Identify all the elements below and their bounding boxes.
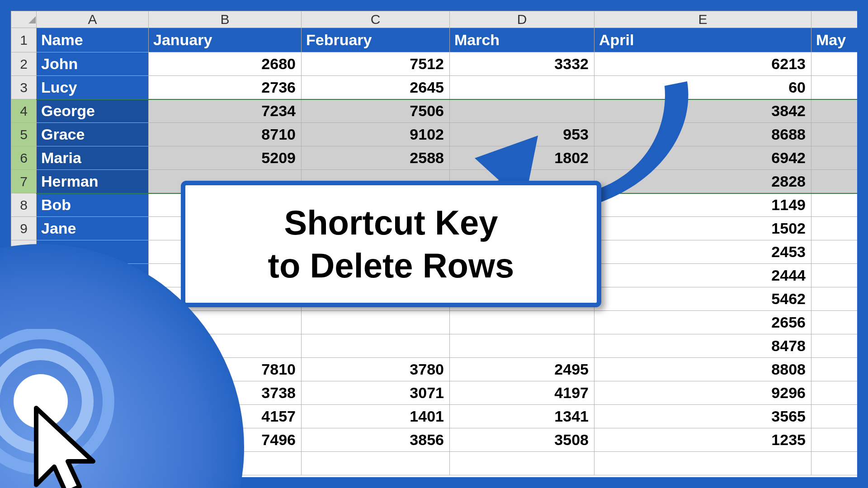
cell-E[interactable]: 2453 xyxy=(594,240,811,264)
cell-D[interactable]: 2495 xyxy=(450,358,594,381)
row-header-3[interactable]: 3 xyxy=(11,76,37,99)
cell-F[interactable] xyxy=(811,428,858,452)
cell-F[interactable] xyxy=(811,311,858,334)
cell-F[interactable] xyxy=(811,123,858,146)
cell-E[interactable]: 5462 xyxy=(594,287,811,311)
cell-C[interactable]: 2588 xyxy=(302,146,450,170)
cell-E[interactable]: 1235 xyxy=(594,428,811,452)
header-cell-D[interactable]: March xyxy=(450,28,594,52)
cell-F[interactable] xyxy=(811,358,858,381)
row-header-4[interactable]: 4 xyxy=(11,99,37,123)
cell-B[interactable]: 2736 xyxy=(149,76,302,99)
cell-B[interactable]: 8710 xyxy=(149,123,302,146)
name-cell[interactable]: John xyxy=(37,52,149,76)
brand-logo xyxy=(0,244,244,488)
cell-E[interactable]: 3842 xyxy=(594,99,811,123)
cell-F[interactable] xyxy=(811,146,858,170)
cell-E[interactable]: 60 xyxy=(594,76,811,99)
header-cell-A[interactable]: Name xyxy=(37,28,149,52)
cell-D[interactable] xyxy=(450,452,594,475)
cell-F[interactable] xyxy=(811,76,858,99)
row-header-1[interactable]: 1 xyxy=(11,28,37,52)
target-cursor-icon xyxy=(0,329,127,488)
cell-F[interactable] xyxy=(811,334,858,358)
cell-C[interactable]: 3071 xyxy=(302,381,450,405)
row-header-8[interactable]: 8 xyxy=(11,193,37,217)
cell-E[interactable]: 2656 xyxy=(594,311,811,334)
cell-F[interactable] xyxy=(811,405,858,428)
header-cell-F[interactable]: May xyxy=(811,28,858,52)
name-cell[interactable]: Lucy xyxy=(37,76,149,99)
name-cell[interactable]: Jane xyxy=(37,217,149,240)
cell-C[interactable] xyxy=(302,452,450,475)
cell-F[interactable] xyxy=(811,240,858,264)
cell-D[interactable]: 3508 xyxy=(450,428,594,452)
row-header-2[interactable]: 2 xyxy=(11,52,37,76)
cell-D[interactable] xyxy=(450,334,594,358)
cell-E[interactable]: 6213 xyxy=(594,52,811,76)
cell-C[interactable]: 2645 xyxy=(302,76,450,99)
cell-F[interactable] xyxy=(811,170,858,193)
cell-D[interactable]: 953 xyxy=(450,123,594,146)
cell-B[interactable]: 2680 xyxy=(149,52,302,76)
select-all-corner[interactable] xyxy=(11,11,37,28)
cell-C[interactable]: 9102 xyxy=(302,123,450,146)
cell-D[interactable] xyxy=(450,99,594,123)
cell-D[interactable]: 3332 xyxy=(450,52,594,76)
cell-C[interactable]: 1401 xyxy=(302,405,450,428)
cell-D[interactable] xyxy=(450,311,594,334)
cell-D[interactable]: 4197 xyxy=(450,381,594,405)
cell-E[interactable]: 1502 xyxy=(594,217,811,240)
callout-line-2: to Delete Rows xyxy=(268,244,514,287)
row-header-9[interactable]: 9 xyxy=(11,217,37,240)
cell-E[interactable] xyxy=(594,452,811,475)
column-header-partial[interactable] xyxy=(811,11,858,28)
cell-C[interactable]: 3780 xyxy=(302,358,450,381)
cell-E[interactable]: 8688 xyxy=(594,123,811,146)
callout-line-1: Shortcut Key xyxy=(268,201,514,244)
cell-E[interactable]: 8808 xyxy=(594,358,811,381)
row-header-5[interactable]: 5 xyxy=(11,123,37,146)
cell-F[interactable] xyxy=(811,264,858,287)
cell-F[interactable] xyxy=(811,217,858,240)
cell-E[interactable]: 9296 xyxy=(594,381,811,405)
column-header-E[interactable]: E xyxy=(594,11,811,28)
cell-F[interactable] xyxy=(811,287,858,311)
header-cell-E[interactable]: April xyxy=(594,28,811,52)
cell-F[interactable] xyxy=(811,52,858,76)
cell-B[interactable]: 7234 xyxy=(149,99,302,123)
column-header-C[interactable]: C xyxy=(302,11,450,28)
name-cell[interactable]: George xyxy=(37,99,149,123)
cell-C[interactable] xyxy=(302,311,450,334)
row-header-6[interactable]: 6 xyxy=(11,146,37,170)
cell-F[interactable] xyxy=(811,193,858,217)
cell-C[interactable]: 7512 xyxy=(302,52,450,76)
cell-E[interactable]: 6942 xyxy=(594,146,811,170)
header-cell-C[interactable]: February xyxy=(302,28,450,52)
column-header-A[interactable]: A xyxy=(37,11,149,28)
cell-C[interactable]: 7506 xyxy=(302,99,450,123)
cell-D[interactable] xyxy=(450,76,594,99)
cell-C[interactable] xyxy=(302,334,450,358)
cell-F[interactable] xyxy=(811,452,858,475)
cell-E[interactable]: 2828 xyxy=(594,170,811,193)
name-cell[interactable]: Bob xyxy=(37,193,149,217)
row-header-7[interactable]: 7 xyxy=(11,170,37,193)
name-cell[interactable]: Maria xyxy=(37,146,149,170)
name-cell[interactable]: Herman xyxy=(37,170,149,193)
cell-F[interactable] xyxy=(811,99,858,123)
column-header-D[interactable]: D xyxy=(450,11,594,28)
cell-E[interactable]: 8478 xyxy=(594,334,811,358)
cell-E[interactable]: 2444 xyxy=(594,264,811,287)
cell-E[interactable]: 3565 xyxy=(594,405,811,428)
name-cell[interactable]: Grace xyxy=(37,123,149,146)
cell-D[interactable]: 1802 xyxy=(450,146,594,170)
header-cell-B[interactable]: January xyxy=(149,28,302,52)
cell-E[interactable]: 1149 xyxy=(594,193,811,217)
column-header-B[interactable]: B xyxy=(149,11,302,28)
cell-D[interactable]: 1341 xyxy=(450,405,594,428)
cell-F[interactable] xyxy=(811,381,858,405)
cell-C[interactable]: 3856 xyxy=(302,428,450,452)
cell-B[interactable]: 5209 xyxy=(149,146,302,170)
